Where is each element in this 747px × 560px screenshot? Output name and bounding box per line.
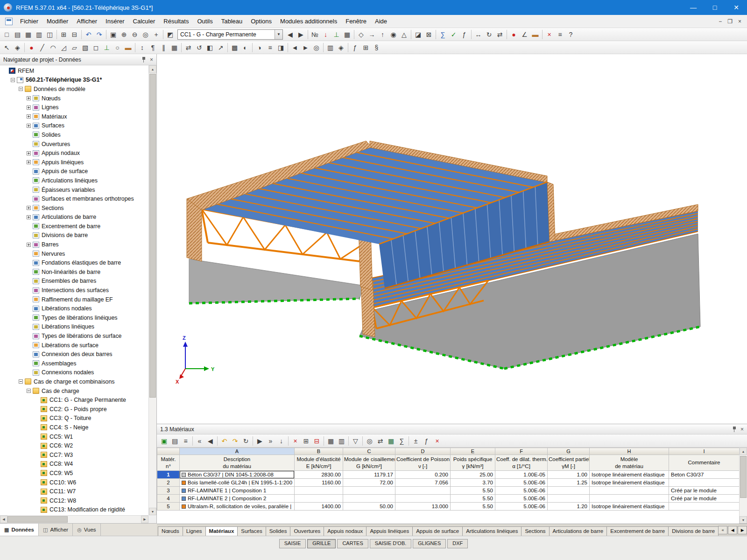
new-line-icon[interactable]: ∠	[519, 29, 530, 40]
tree-item-cc8-w4[interactable]: CC8: W4	[0, 460, 148, 469]
chevron-down-icon[interactable]: ▼	[275, 30, 282, 39]
insert-surface-icon[interactable]: ▱	[69, 42, 80, 53]
insert-opening-icon[interactable]: ◻	[91, 42, 101, 53]
fx-icon[interactable]: ƒ	[350, 42, 360, 53]
redo-icon[interactable]: ↷	[94, 29, 105, 40]
column-letter-E[interactable]: E	[451, 448, 495, 455]
row-number-cell[interactable]: 5	[157, 503, 180, 511]
tree-item-non-linearites-de-barre[interactable]: Non-linéarités de barre	[0, 267, 148, 277]
collapse-icon[interactable]	[27, 389, 31, 393]
tree-item-assemblages[interactable]: Assemblages	[0, 359, 148, 368]
close-panel-icon[interactable]: ×	[150, 56, 153, 63]
jump-next-icon[interactable]: ▶	[254, 435, 265, 446]
scale-object-icon[interactable]: ↗	[215, 42, 226, 53]
tree-item-articulations-de-barre[interactable]: Articulations de barre	[0, 213, 148, 222]
cell-e-row5[interactable]: 1400.00	[295, 503, 343, 511]
cell-e-row1[interactable]: 2830.00	[295, 471, 343, 479]
units-icon[interactable]: ±	[410, 435, 421, 446]
named-view-icon[interactable]: ◎	[311, 42, 322, 53]
expand-icon[interactable]	[27, 105, 31, 110]
menu-resultats[interactable]: Résultats	[159, 15, 193, 27]
layers-icon[interactable]: ≡	[265, 42, 275, 53]
invert-selection-icon[interactable]: ◐	[240, 42, 251, 53]
cell-alpha-row5[interactable]: 5.00E-06	[495, 503, 548, 511]
tree-item-divisions-de-barre[interactable]: Divisions de barre	[0, 231, 148, 240]
tree-item-excentrement-de-barre[interactable]: Excentrement de barre	[0, 222, 148, 231]
calculate-icon[interactable]: ∑	[437, 29, 448, 40]
cell-gamma-row2[interactable]: 3.70	[451, 479, 495, 487]
cell-comment-row1[interactable]: Beton C30/37	[669, 471, 740, 479]
sync-view-icon[interactable]: ⇄	[375, 435, 386, 446]
cell-gamma-row5[interactable]: 5.50	[451, 503, 495, 511]
status-toggle-dxf[interactable]: DXF	[447, 539, 468, 548]
table-grid-icon[interactable]: ▦	[325, 435, 336, 446]
tree-item-cas-de-charge[interactable]: Cas de charge	[0, 386, 148, 396]
print-icon[interactable]: ▥	[34, 29, 44, 40]
tree-item-cc1-g-charge-permanente[interactable]: CC1: G - Charge Permanente	[0, 395, 148, 405]
show-mesh-icon[interactable]: ▦	[342, 29, 352, 40]
render-solid-icon[interactable]: ◨	[275, 42, 286, 53]
menu-inserer[interactable]: Insérer	[101, 15, 128, 27]
cell-comment-row3[interactable]: Créé par le module	[669, 487, 740, 495]
view-y-icon[interactable]: ↑	[377, 29, 388, 40]
table-view-icon[interactable]: ▤	[169, 435, 180, 446]
load-case-combo[interactable]: CC1 - G - Charge Permanente ▼	[177, 29, 283, 40]
pin-icon[interactable]	[732, 427, 737, 432]
tree-item-appu-is-nodaux[interactable]: Appu­is nodaux	[0, 148, 148, 158]
column-letter-F[interactable]: F	[495, 448, 548, 455]
status-toggle-saisie[interactable]: SAISIE	[279, 539, 306, 548]
expand-icon[interactable]	[27, 243, 31, 247]
perspective-icon[interactable]: △	[399, 29, 409, 40]
cell-description-row2[interactable]: Bois lamellé-collé GL24h | EN 1995-1-1:2…	[180, 479, 295, 487]
expand-icon[interactable]	[27, 215, 31, 219]
tree-item-cc6-w2[interactable]: CC6: W2	[0, 441, 148, 450]
insert-support-icon[interactable]: ⊥	[101, 42, 112, 53]
select-all-icon[interactable]: ▩	[229, 42, 240, 53]
cell-nu-row5[interactable]: 13.000	[395, 503, 451, 511]
close-panel-icon[interactable]: ×	[740, 426, 744, 433]
model-viewport[interactable]: Z Y X	[157, 54, 747, 424]
insert-node-icon[interactable]: ●	[26, 42, 37, 53]
menu-aide[interactable]: Aide	[371, 15, 391, 27]
tree-item-materiaux[interactable]: Matériaux	[0, 112, 148, 121]
tree-item-ensembles-de-barres[interactable]: Ensembles de barres	[0, 277, 148, 286]
tree-item-n-uds[interactable]: Nœuds	[0, 94, 148, 103]
cell-alpha-row1[interactable]: 1.00E-05	[495, 471, 548, 479]
dimension-icon[interactable]: ↕	[137, 42, 148, 53]
tree-item-types-de-liberations-de-surface[interactable]: Types de libérations de surface	[0, 331, 148, 341]
redo-table-icon[interactable]: ↷	[230, 435, 240, 446]
mirror-icon[interactable]: ⇄	[494, 29, 505, 40]
table-edit-icon[interactable]: ▣	[159, 435, 169, 446]
tree-item-rfem[interactable]: RFEM	[0, 66, 148, 76]
tree-item-lignes[interactable]: Lignes	[0, 103, 148, 112]
tree-item-articulations-lineiques[interactable]: Articulations linéiques	[0, 176, 148, 185]
text-note-icon[interactable]: ¶	[148, 42, 158, 53]
cell-gm-row1[interactable]: 1.00	[548, 471, 590, 479]
column-letter-D[interactable]: D	[395, 448, 451, 455]
navigator-tab-afficher[interactable]: ◫Afficher	[39, 524, 73, 536]
status-toggle-grille[interactable]: GRILLE	[307, 539, 336, 548]
cell-nu-row2[interactable]: 7.056	[395, 479, 451, 487]
tree-item-liberations-de-surface[interactable]: Libérations de surface	[0, 341, 148, 350]
table-tab-divisions-de-barre[interactable]: Divisions de barre	[668, 526, 719, 536]
column-letter-I[interactable]: I	[669, 448, 740, 455]
menu-options[interactable]: Options	[247, 15, 276, 27]
tree-item-donnees-de-modele[interactable]: Données de modèle	[0, 84, 148, 94]
expand-icon[interactable]	[27, 124, 31, 128]
display-properties-icon[interactable]: ≡	[555, 29, 565, 40]
table-tab-ouvertures[interactable]: Ouvertures	[290, 526, 324, 536]
tree-item-cc2-g-poids-propre[interactable]: CC2: G - Poids propre	[0, 405, 148, 414]
background-color-icon[interactable]: ▥	[325, 42, 336, 53]
tree-item-cc7-w3[interactable]: CC7: W3	[0, 450, 148, 460]
row-number-cell[interactable]: 3	[157, 487, 180, 495]
insert-rib-icon[interactable]: ▬	[123, 42, 134, 53]
scroll-right-icon[interactable]: ▶	[141, 516, 148, 523]
open-file-icon[interactable]: ▤	[12, 29, 23, 40]
zoom-window-icon[interactable]: ▣	[108, 29, 119, 40]
cell-description-row5[interactable]: Ultralam-R, sollicitation de voiles, par…	[180, 503, 295, 511]
expand-icon[interactable]	[27, 151, 31, 155]
refresh-table-icon[interactable]: ↻	[240, 435, 251, 446]
scrollbar-thumb[interactable]	[740, 456, 747, 498]
table-tab-solides[interactable]: Solides	[266, 526, 291, 536]
menu-fenetre[interactable]: Fenêtre	[341, 15, 371, 27]
